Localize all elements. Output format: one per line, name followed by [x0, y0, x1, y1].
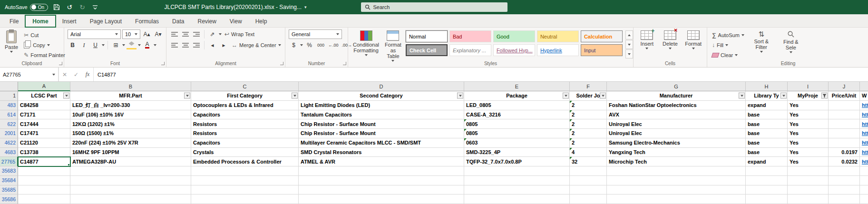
- cell[interactable]: Optocouplers & LEDs & Infrared: [191, 101, 299, 110]
- cell-hyperlink[interactable]: htt: [860, 157, 868, 166]
- cell[interactable]: [607, 166, 746, 176]
- cell[interactable]: Yes: [788, 157, 829, 166]
- increase-font-size-button[interactable]: A▴: [142, 30, 152, 39]
- tab-home[interactable]: Home: [25, 15, 55, 27]
- cell[interactable]: [607, 176, 746, 185]
- filter-dropdown-icon[interactable]: [600, 93, 606, 99]
- cell[interactable]: [18, 185, 70, 195]
- cell[interactable]: C21120: [18, 138, 70, 148]
- cell[interactable]: base: [746, 119, 788, 129]
- column-title-manufacturer[interactable]: Manufacturer: [607, 91, 746, 101]
- cell[interactable]: [788, 185, 829, 195]
- column-header-G[interactable]: G: [607, 82, 746, 91]
- cell[interactable]: 0603: [464, 138, 570, 148]
- cell[interactable]: ATMEGA328P-AU: [70, 157, 191, 166]
- column-header-F[interactable]: F: [570, 82, 607, 91]
- dialog-launcher-icon[interactable]: [280, 62, 283, 65]
- cell-style-bad[interactable]: Bad: [449, 30, 491, 42]
- align-left-button[interactable]: [170, 41, 179, 49]
- decrease-font-size-button[interactable]: A▾: [153, 30, 163, 39]
- cell[interactable]: [607, 194, 746, 204]
- filter-dropdown-icon[interactable]: [63, 93, 69, 99]
- orientation-button[interactable]: ⇗: [207, 30, 217, 39]
- tab-review[interactable]: Review: [191, 16, 223, 27]
- cell[interactable]: 4: [570, 148, 607, 157]
- name-box[interactable]: A27765: [0, 68, 59, 81]
- cell[interactable]: base: [746, 129, 788, 138]
- row-header-35685[interactable]: 35685: [0, 185, 18, 195]
- cell[interactable]: [860, 194, 868, 204]
- font-color-button[interactable]: A: [142, 41, 152, 49]
- search-box[interactable]: Search: [361, 2, 507, 12]
- cell[interactable]: [788, 194, 829, 204]
- align-right-button[interactable]: [192, 41, 201, 49]
- conditional-formatting-button[interactable]: Conditional Formatting: [351, 29, 380, 57]
- column-header-C[interactable]: C: [191, 82, 299, 91]
- cell-style-neutral[interactable]: Neutral: [537, 30, 579, 42]
- cell[interactable]: [191, 176, 299, 185]
- cell[interactable]: Yes: [788, 101, 829, 110]
- cell[interactable]: Resistors: [191, 119, 299, 129]
- cell[interactable]: Chip Resistor - Surface Mount: [299, 119, 464, 129]
- cell-hyperlink[interactable]: htt: [860, 138, 868, 148]
- increase-indent-button[interactable]: ▸: [219, 41, 229, 49]
- formula-input[interactable]: C14877: [94, 68, 868, 81]
- row-header-35686[interactable]: 35686: [0, 194, 18, 204]
- cell[interactable]: [70, 166, 191, 176]
- column-title-w[interactable]: W: [860, 91, 868, 101]
- cell[interactable]: 0.0232: [829, 157, 860, 166]
- increase-decimal-button[interactable]: ←.00: [327, 41, 340, 49]
- redo-button[interactable]: ↻: [78, 3, 87, 11]
- cell[interactable]: Tantalum Capacitors: [299, 110, 464, 120]
- cell[interactable]: [607, 185, 746, 195]
- select-all-button[interactable]: [0, 82, 18, 91]
- column-header-J[interactable]: J: [829, 82, 860, 91]
- cell[interactable]: [829, 185, 860, 195]
- column-title-mfr-part[interactable]: MFR.Part: [70, 91, 191, 101]
- cell[interactable]: [70, 176, 191, 185]
- cell[interactable]: C13738: [18, 148, 70, 157]
- cell[interactable]: LED_0805: [464, 101, 570, 110]
- cell[interactable]: [788, 176, 829, 185]
- cell[interactable]: 2: [570, 138, 607, 148]
- autosave-toggle[interactable]: AutoSave On: [5, 4, 48, 11]
- cell[interactable]: [18, 176, 70, 185]
- cell-hyperlink[interactable]: htt: [860, 110, 868, 120]
- cell[interactable]: Yangxing Tech: [607, 148, 746, 157]
- cell[interactable]: Resistors: [191, 129, 299, 138]
- number-format-select[interactable]: General: [289, 29, 342, 39]
- cell[interactable]: AVX: [607, 110, 746, 120]
- borders-button[interactable]: ⊞: [111, 41, 121, 49]
- column-title-solder-joints[interactable]: Solder Jo: [570, 91, 607, 101]
- cell-style-check-cell[interactable]: Check Cell: [406, 44, 448, 56]
- underline-button[interactable]: U: [90, 41, 100, 49]
- insert-cells-button[interactable]: Insert: [637, 29, 657, 50]
- cell-hyperlink[interactable]: htt: [860, 129, 868, 138]
- cell[interactable]: [860, 166, 868, 176]
- cell[interactable]: 220nF (224) ±10% 25V X7R: [70, 138, 191, 148]
- row-header-2001[interactable]: 2001: [0, 129, 18, 138]
- tab-help[interactable]: Help: [249, 16, 274, 27]
- cell[interactable]: 2: [570, 119, 607, 129]
- cell[interactable]: [570, 166, 607, 176]
- cell[interactable]: [829, 119, 860, 129]
- filter-dropdown-icon[interactable]: [780, 93, 787, 99]
- tab-file[interactable]: File: [3, 16, 25, 27]
- align-center-button[interactable]: [181, 41, 190, 49]
- cell[interactable]: [464, 166, 570, 176]
- cell[interactable]: [299, 176, 464, 185]
- cell[interactable]: base: [746, 110, 788, 120]
- insert-function-button[interactable]: fx: [82, 68, 93, 81]
- filter-dropdown-icon[interactable]: [563, 93, 569, 99]
- cell[interactable]: C17471: [18, 129, 70, 138]
- delete-cells-button[interactable]: Delete: [660, 29, 681, 50]
- filter-dropdown-icon[interactable]: [184, 93, 190, 99]
- row-header-614[interactable]: 614: [0, 110, 18, 120]
- cell[interactable]: 12KΩ (1202) ±1%: [70, 119, 191, 129]
- gallery-more-button[interactable]: [625, 49, 633, 58]
- tab-view[interactable]: View: [223, 16, 249, 27]
- cell[interactable]: 0805: [464, 119, 570, 129]
- gallery-scroll-up-button[interactable]: [625, 30, 633, 39]
- cell[interactable]: Chip Resistor - Surface Mount: [299, 129, 464, 138]
- copy-button[interactable]: Copy: [22, 40, 67, 49]
